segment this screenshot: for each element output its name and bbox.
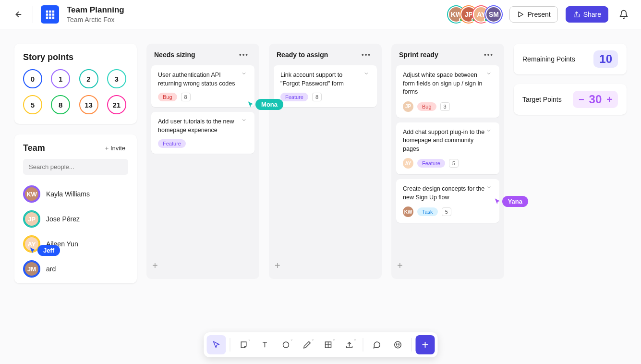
doc-subtitle: Team Arctic Fox — [67, 15, 124, 24]
card-tag: Bug — [417, 102, 436, 111]
add-card-button[interactable]: + — [272, 257, 283, 274]
svg-marker-10 — [519, 12, 523, 17]
card-title: Adjust white space between form fields o… — [403, 71, 493, 97]
card-tag: Feature — [417, 159, 445, 168]
story-point-chip[interactable]: 2 — [79, 69, 98, 88]
target-value: 30 — [589, 93, 602, 106]
share-label: Share — [583, 11, 601, 18]
story-point-chip[interactable]: 21 — [107, 95, 126, 114]
app-header: Team Planning Team Arctic Fox KWJPAYSM P… — [0, 0, 641, 29]
remaining-points-card: Remaining Points 10 — [514, 44, 627, 74]
team-person[interactable]: KWKayla Williams — [23, 182, 128, 206]
collaborator-avatar[interactable]: SM — [485, 6, 502, 23]
card-expand-icon[interactable] — [483, 184, 495, 191]
svg-rect-5 — [49, 13, 51, 16]
remaining-value: 10 — [593, 50, 618, 68]
card-expand-icon[interactable] — [361, 70, 372, 77]
add-card-button[interactable]: + — [149, 257, 161, 274]
doc-title[interactable]: Team Planning — [67, 5, 124, 15]
board: Story points 0123581321 Team + Invite KW… — [0, 29, 641, 327]
svg-rect-2 — [49, 11, 51, 13]
column-title: Ready to assign — [277, 51, 328, 59]
column-body[interactable]: Adjust white space between form fields o… — [391, 65, 504, 257]
card-title: Link account support to "Forgot Password… — [280, 71, 370, 88]
story-point-chip[interactable]: 5 — [23, 95, 42, 114]
column-menu[interactable]: ••• — [236, 50, 252, 59]
column-menu[interactable]: ••• — [359, 50, 374, 59]
card-tag: Feature — [280, 93, 308, 101]
column-title: Needs sizing — [154, 51, 195, 59]
kanban-column: Ready to assign•••Link account support t… — [269, 44, 382, 279]
card-expand-icon[interactable] — [483, 127, 495, 134]
kanban-card[interactable]: User authentication API returning wrong … — [151, 65, 254, 107]
notifications-button[interactable] — [616, 7, 631, 22]
card-tag: Task — [417, 207, 438, 216]
svg-rect-1 — [46, 11, 48, 13]
svg-rect-7 — [46, 17, 48, 19]
remote-cursor-jeff: Jeff — [29, 245, 60, 256]
back-button[interactable] — [10, 7, 25, 22]
add-card-button[interactable]: + — [394, 257, 406, 274]
kanban-columns: Needs sizing•••User authentication API r… — [146, 44, 504, 279]
card-tag: Bug — [158, 93, 177, 101]
team-panel: Team + Invite KWKayla WilliamsJPJose Pér… — [14, 134, 137, 283]
person-name: ard — [46, 265, 56, 273]
team-title: Team — [23, 143, 45, 153]
team-person[interactable]: SMSandy Moreau — [23, 281, 128, 283]
card-points: 8 — [312, 93, 322, 101]
card-points: 8 — [181, 93, 191, 101]
team-person[interactable]: JPJose Pérez — [23, 206, 128, 231]
search-people-input[interactable] — [23, 159, 128, 175]
target-points-card: Target Points − 30 + — [514, 84, 627, 115]
story-point-chip[interactable]: 8 — [51, 95, 70, 114]
person-avatar: KW — [23, 185, 40, 203]
card-assignee-avatar: KW — [403, 206, 413, 217]
column-body[interactable]: User authentication API returning wrong … — [146, 65, 259, 257]
card-expand-icon[interactable] — [238, 117, 250, 123]
svg-rect-4 — [46, 13, 48, 16]
svg-rect-3 — [52, 11, 55, 13]
card-tag: Feature — [158, 139, 186, 148]
svg-rect-6 — [52, 13, 55, 16]
present-label: Present — [527, 11, 550, 18]
card-title: Create design concepts for the new Sign … — [403, 185, 493, 202]
column-body[interactable]: Link account support to "Forgot Password… — [269, 65, 382, 257]
app-icon — [41, 5, 59, 24]
card-points: 5 — [442, 207, 451, 216]
kanban-card[interactable]: Add user tutorials to the new homepage e… — [151, 112, 254, 154]
invite-button[interactable]: + Invite — [102, 144, 128, 152]
kanban-column: Sprint ready•••Adjust white space betwee… — [391, 44, 504, 279]
person-name: Jose Pérez — [46, 215, 80, 223]
story-point-chip[interactable]: 1 — [51, 69, 70, 88]
kanban-card[interactable]: Add chat support plug-in to the homepage… — [396, 122, 499, 175]
card-points: 5 — [449, 159, 459, 168]
person-name: Kayla Williams — [46, 190, 90, 198]
card-expand-icon[interactable] — [238, 70, 250, 77]
card-expand-icon[interactable] — [483, 70, 495, 77]
kanban-card[interactable]: Create design concepts for the new Sign … — [396, 179, 499, 223]
share-button[interactable]: Share — [566, 6, 608, 23]
kanban-card[interactable]: Link account support to "Forgot Password… — [274, 65, 377, 107]
target-decrement[interactable]: − — [579, 94, 584, 105]
column-title: Sprint ready — [399, 51, 438, 59]
target-increment[interactable]: + — [606, 94, 612, 105]
card-title: User authentication API returning wrong … — [158, 71, 248, 88]
target-label: Target Points — [522, 96, 562, 103]
kanban-card[interactable]: Adjust white space between form fields o… — [396, 65, 499, 118]
card-title: Add chat support plug-in to the homepage… — [403, 128, 493, 154]
kanban-column: Needs sizing•••User authentication API r… — [146, 44, 259, 279]
team-person[interactable]: JMard — [23, 256, 128, 281]
person-avatar: JP — [23, 210, 40, 228]
cursor-label: Jeff — [37, 245, 60, 256]
card-assignee-avatar: JP — [403, 101, 413, 112]
story-points-panel: Story points 0123581321 — [14, 44, 137, 124]
story-point-chip[interactable]: 0 — [23, 69, 42, 88]
card-assignee-avatar: AY — [403, 158, 413, 169]
present-button[interactable]: Present — [509, 6, 557, 23]
column-menu[interactable]: ••• — [481, 50, 496, 59]
person-avatar: JM — [23, 260, 40, 278]
remote-cursor-mona: Mona — [247, 99, 283, 110]
story-point-chip[interactable]: 3 — [107, 69, 126, 88]
story-point-chip[interactable]: 13 — [79, 95, 98, 114]
story-points-title: Story points — [23, 52, 128, 62]
